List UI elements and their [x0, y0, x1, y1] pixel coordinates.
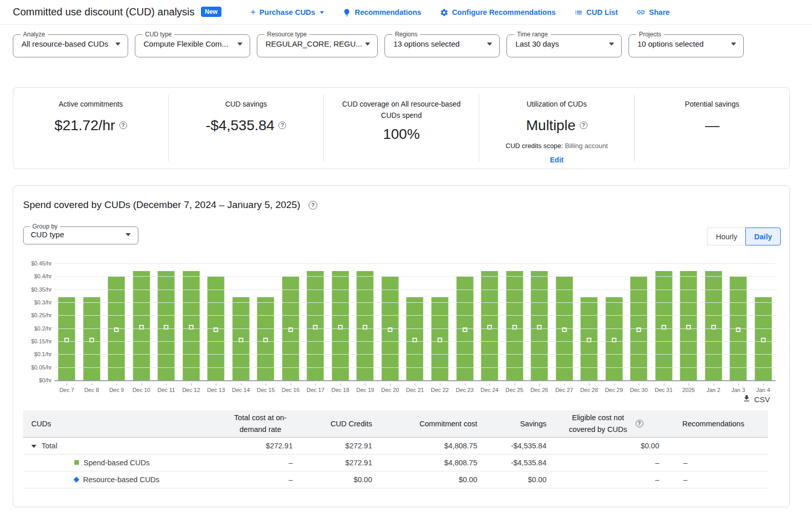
- bar-slot: [626, 263, 652, 380]
- cud-credits-scope: CUD credits scope: Billing account: [490, 142, 624, 150]
- gridline: [54, 315, 776, 316]
- y-axis-tick-label: $0.4/hr: [16, 273, 52, 279]
- x-axis-tick-label: Dec 18: [328, 383, 353, 393]
- page-header: Committed use discount (CUD) analysis Ne…: [0, 0, 812, 25]
- y-axis-tick-label: $0/hr: [16, 377, 52, 383]
- y-axis-tick-label: $0.15/hr: [16, 338, 52, 344]
- bar-slot: [154, 263, 179, 380]
- x-axis-tick-label: Jan 4: [750, 383, 776, 393]
- bar-slot: [328, 263, 353, 380]
- bar-slot: [452, 263, 477, 380]
- gridline: [54, 302, 776, 303]
- bar-slot: [701, 263, 726, 380]
- help-icon[interactable]: ?: [580, 121, 587, 129]
- gear-icon: [440, 8, 449, 17]
- table-row-resource-based: Resource-based CUDs – $0.00 $0.00 $0.00 …: [23, 471, 768, 488]
- x-axis-tick-label: Dec 13: [204, 383, 229, 393]
- cud-list-button[interactable]: CUD List: [574, 8, 618, 17]
- gridline: [54, 341, 776, 342]
- header-actions: + Purchase CUDs Recommendations Configur…: [250, 0, 669, 25]
- x-axis-tick-label: Dec 16: [278, 383, 303, 393]
- bar-slot: [229, 263, 254, 380]
- cud-type-filter[interactable]: CUD type Compute Flexible Com...: [135, 31, 250, 57]
- help-icon[interactable]: ?: [119, 121, 127, 129]
- bar-slot: [378, 263, 403, 380]
- group-by-select[interactable]: Group by CUD type: [23, 223, 138, 244]
- download-icon: [742, 394, 751, 404]
- edit-scope-link[interactable]: Edit: [550, 156, 563, 164]
- purchase-cuds-button[interactable]: + Purchase CUDs: [250, 8, 324, 17]
- stat-utilization: Utilization of CUDs Multiple? CUD credit…: [479, 95, 634, 161]
- y-axis-tick-label: $0.2/hr: [16, 325, 52, 332]
- list-icon: [574, 8, 583, 17]
- y-axis-tick-label: $0.45/hr: [16, 260, 52, 266]
- summary-card: Active commitments $21.72/hr? CUD saving…: [13, 87, 790, 169]
- gridline: [54, 290, 776, 290]
- chevron-down-icon: [320, 11, 324, 14]
- x-axis-tick-label: Jan 3: [726, 383, 751, 393]
- help-icon[interactable]: ?: [278, 121, 286, 129]
- share-button[interactable]: Share: [636, 8, 669, 17]
- daily-toggle-button[interactable]: Daily: [745, 228, 781, 245]
- gridline: [54, 354, 776, 355]
- cud-analysis-page: Committed use discount (CUD) analysis Ne…: [0, 0, 812, 516]
- x-axis-tick-label: Dec 30: [626, 383, 652, 393]
- time-range-filter[interactable]: Time range Last 30 days: [506, 31, 622, 57]
- analyze-filter[interactable]: Analyze All resource-based CUDs: [13, 31, 128, 57]
- chevron-down-icon: [115, 43, 120, 46]
- projects-value: 10 options selected: [637, 39, 703, 48]
- bar-slot: [303, 263, 328, 380]
- col-savings: Savings: [477, 410, 546, 437]
- y-axis-tick-label: $0.3/hr: [16, 299, 52, 305]
- help-icon[interactable]: ?: [636, 420, 643, 427]
- bar-slot: [750, 263, 776, 380]
- granularity-toggle: Hourly Daily: [707, 228, 781, 245]
- bar-slot: [477, 263, 502, 380]
- resource-based-legend-icon: [73, 477, 79, 482]
- cud-type-value: Compute Flexible Com...: [144, 39, 228, 48]
- download-csv-button[interactable]: CSV: [742, 394, 770, 404]
- configure-recommendations-button[interactable]: Configure Recommendations: [440, 8, 556, 17]
- table-row-spend-based: Spend-based CUDs – $272.91 $4,808.75 -$4…: [23, 454, 768, 471]
- bar-slot: [552, 263, 577, 380]
- x-axis-tick-label: Dec 17: [303, 383, 328, 393]
- collapse-arrow-icon[interactable]: [31, 445, 36, 448]
- bar-slot: [179, 263, 204, 380]
- x-axis-tick-label: Dec 29: [601, 383, 626, 393]
- projects-filter[interactable]: Projects 10 options selected: [628, 31, 744, 57]
- gridline: [54, 367, 776, 368]
- resource-type-filter[interactable]: Resource type REGULAR_CORE, REGU...: [257, 31, 378, 57]
- chevron-down-icon: [126, 233, 131, 236]
- gridline: [54, 263, 776, 264]
- help-icon[interactable]: ?: [309, 201, 317, 210]
- x-axis-tick-label: Dec 11: [154, 383, 179, 393]
- x-axis-tick-label: Dec 31: [651, 383, 676, 393]
- x-axis-tick-label: Dec 25: [502, 383, 527, 393]
- x-axis-tick-label: Dec 21: [402, 383, 428, 393]
- bar-slot: [651, 263, 676, 380]
- plus-icon: +: [250, 7, 256, 17]
- bar-slot: [601, 263, 626, 380]
- col-cuds: CUDs: [23, 410, 228, 437]
- lightbulb-icon: [342, 8, 351, 17]
- resource-type-value: REGULAR_CORE, REGU...: [266, 39, 362, 48]
- hourly-toggle-button[interactable]: Hourly: [707, 228, 745, 245]
- group-by-value: CUD type: [31, 230, 64, 239]
- y-axis-tick-label: $0.35/hr: [16, 286, 52, 293]
- x-axis-tick-label: Dec 10: [129, 383, 154, 393]
- time-range-value: Last 30 days: [515, 39, 559, 48]
- regions-filter[interactable]: Regions 13 options selected: [384, 31, 500, 57]
- chevron-down-icon: [237, 43, 242, 46]
- recommendations-button[interactable]: Recommendations: [342, 8, 421, 17]
- bar-slot: [676, 263, 701, 380]
- col-cud-credits: CUD Credits: [293, 410, 372, 437]
- gridline: [54, 328, 776, 329]
- table-row-total: Total $272.91 $272.91 $4,808.75 -$4,535.…: [23, 437, 768, 454]
- chevron-down-icon: [365, 43, 370, 46]
- stat-cud-savings: CUD savings -$4,535.84?: [168, 95, 323, 161]
- x-axis-tick-label: Dec 23: [452, 383, 477, 393]
- stat-cud-coverage: CUD coverage on All resource-based CUDs …: [323, 95, 479, 161]
- new-badge: New: [201, 7, 222, 17]
- stat-potential-savings: Potential savings —: [634, 95, 789, 161]
- col-commitment-cost: Commitment cost: [372, 410, 477, 437]
